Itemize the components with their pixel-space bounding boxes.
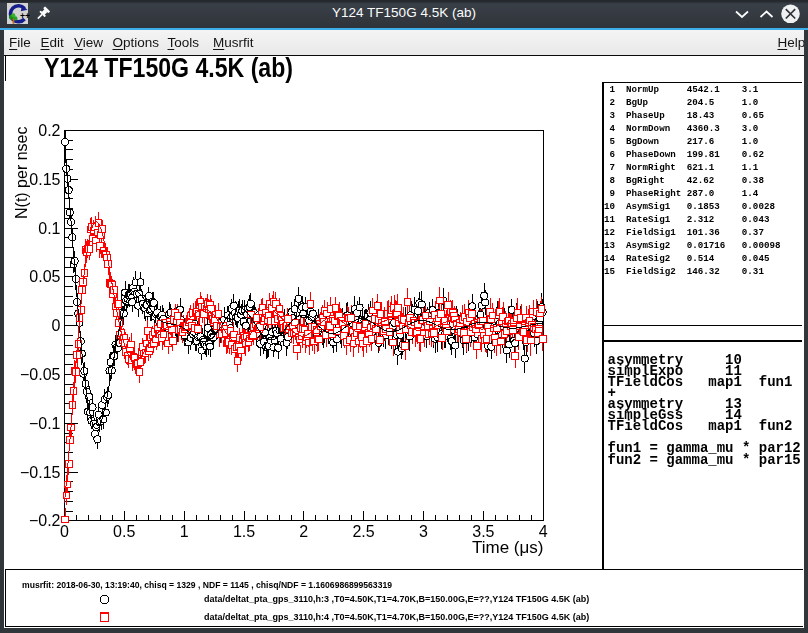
svg-text:1 NormUp 4542.1 3.1: 1 NormUp 4542.1 3.1 [604, 84, 759, 95]
svg-text:musrfit: 2018-06-30, 13:19:40,: musrfit: 2018-06-30, 13:19:40, chisq = 1… [22, 580, 392, 590]
svg-text:12 FieldSig1 101.36 0.37: 12 FieldSig1 101.36 0.37 [604, 227, 764, 238]
svg-text:2.5: 2.5 [352, 523, 374, 540]
svg-text:++: ++ [20, 11, 30, 21]
svg-text:1.5: 1.5 [233, 523, 255, 540]
svg-text:0.15: 0.15 [29, 171, 60, 188]
svg-text:7 NormRight 621.1 1.1: 7 NormRight 621.1 1.1 [604, 162, 759, 173]
svg-text:3: 3 [419, 523, 428, 540]
svg-text:fun2 = gamma_mu * par15: fun2 = gamma_mu * par15 [608, 452, 801, 468]
svg-text:2 BgUp 204.5 1.0: 2 BgUp 204.5 1.0 [604, 97, 758, 108]
svg-text:9 PhaseRight 287.0 1.4: 9 PhaseRight 287.0 1.4 [604, 188, 759, 199]
svg-text:TFieldCos map1 fun1: TFieldCos map1 fun1 [608, 374, 793, 390]
svg-text:0.2: 0.2 [38, 122, 60, 139]
svg-text:−0.2: −0.2 [29, 512, 61, 529]
svg-text:4 NormDown 4360.3 3.0: 4 NormDown 4360.3 3.0 [604, 123, 758, 134]
svg-text:−0.1: −0.1 [29, 415, 61, 432]
svg-text:1: 1 [180, 523, 189, 540]
svg-text:−0.05: −0.05 [20, 366, 61, 383]
svg-text:2: 2 [299, 523, 308, 540]
svg-text:TFieldCos map1 fun2: TFieldCos map1 fun2 [608, 418, 793, 434]
svg-text:13 AsymSig2 0.01716 0.000: 13 AsymSig2 0.01716 0.00098 [604, 240, 781, 251]
svg-text:0: 0 [52, 317, 61, 334]
svg-text:14 RateSig2 0.514 0.045: 14 RateSig2 0.514 0.045 [604, 253, 770, 264]
svg-text:3 PhaseUp 18.43 0.65: 3 PhaseUp 18.43 0.65 [604, 110, 764, 121]
svg-text:8 BgRight 42.62 0.38: 8 BgRight 42.62 0.38 [604, 175, 764, 186]
svg-text:0.05: 0.05 [29, 268, 60, 285]
svg-text:0: 0 [60, 523, 69, 540]
svg-text:Time (μs): Time (μs) [472, 538, 544, 557]
svg-text:Y124 TF150G 4.5K (ab): Y124 TF150G 4.5K (ab) [44, 54, 293, 83]
svg-text:5 BgDown 217.6 1.0: 5 BgDown 217.6 1.0 [604, 136, 758, 147]
svg-text:6 PhaseDown 199.81 0.62: 6 PhaseDown 199.81 0.62 [604, 149, 764, 160]
svg-text:data/deltat_pta_gps_3110,h:3 ,: data/deltat_pta_gps_3110,h:3 ,T0=4.50K,T… [204, 594, 589, 604]
svg-text:−0.15: −0.15 [20, 464, 61, 481]
svg-text:11 RateSig1 2.312 0.043: 11 RateSig1 2.312 0.043 [604, 214, 770, 225]
svg-text:data/deltat_pta_gps_3110,h:4 ,: data/deltat_pta_gps_3110,h:4 ,T0=4.50K,T… [204, 612, 589, 622]
svg-text:0.1: 0.1 [38, 220, 60, 237]
svg-text:0.5: 0.5 [113, 523, 135, 540]
svg-text:15 FieldSig2 146.32 0.31: 15 FieldSig2 146.32 0.31 [604, 266, 764, 277]
svg-text:10 AsymSig1 0.1853 0.002: 10 AsymSig1 0.1853 0.0028 [604, 201, 775, 212]
svg-text:N(t) per nsec: N(t) per nsec [13, 127, 30, 219]
